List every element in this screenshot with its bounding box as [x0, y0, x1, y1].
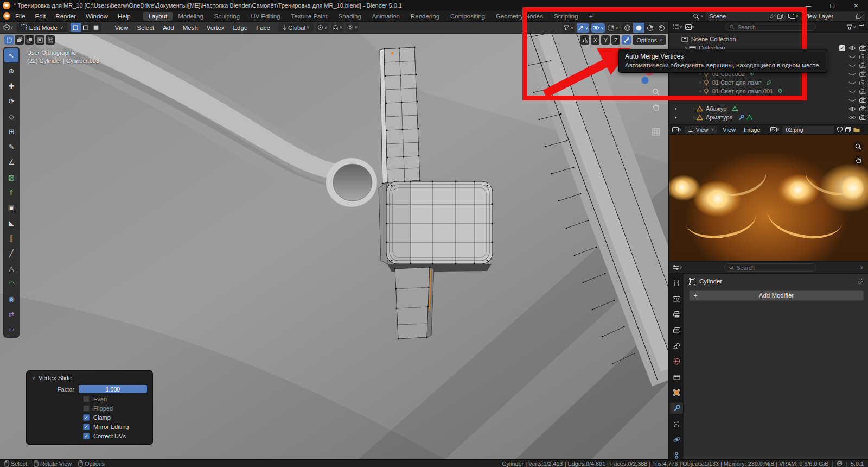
tab-particles[interactable]	[670, 419, 683, 430]
image-editor-type-icon[interactable]: ∨	[672, 127, 682, 132]
tool-add-cube[interactable]: ▧	[4, 170, 18, 184]
viewport-menu-mesh[interactable]: Mesh	[180, 23, 201, 32]
camera-icon[interactable]	[859, 45, 866, 51]
options-dropdown[interactable]: Options∨	[633, 35, 666, 45]
menu-window[interactable]: Window	[81, 12, 113, 21]
copy-icon[interactable]	[856, 14, 861, 19]
copy-icon[interactable]	[777, 14, 783, 19]
camera-disabled-icon[interactable]	[859, 80, 866, 85]
eye-closed-icon[interactable]	[848, 63, 856, 68]
pin-icon[interactable]	[858, 279, 864, 285]
workspace-tab-scripting[interactable]: Scripting	[548, 12, 584, 21]
image-pan-hand-widget[interactable]	[853, 155, 864, 166]
tool-measure[interactable]: ∠	[4, 155, 18, 169]
eye-icon[interactable]	[848, 115, 856, 120]
proportional-editing-dropdown[interactable]: ∨	[346, 23, 359, 32]
fake-user-shield-icon[interactable]	[837, 127, 843, 132]
tab-view-layer[interactable]	[670, 325, 683, 336]
mirror-icon[interactable]	[580, 35, 589, 45]
outliner-search-input[interactable]	[737, 24, 811, 30]
eye-icon[interactable]	[848, 106, 856, 111]
tab-physics[interactable]	[670, 434, 683, 445]
tool-smooth[interactable]: ◉	[4, 292, 18, 306]
correct-uvs-option[interactable]: Correct UVs	[32, 433, 147, 439]
tool-annotate[interactable]: ✎	[4, 140, 18, 154]
mirror-editing-checkbox[interactable]	[83, 424, 90, 430]
vertex-slide-panel[interactable]: ∨Vertex Slide Factor 1.000 Even Flipped …	[26, 370, 153, 445]
pin-icon[interactable]	[769, 14, 775, 19]
solid-shading-button[interactable]	[633, 23, 644, 33]
scene-selector[interactable]: Scene	[706, 12, 786, 21]
show-gizmo-filter-dropdown[interactable]: ∨	[562, 23, 575, 33]
eye-closed-icon[interactable]	[848, 72, 856, 77]
workspace-tab-modeling[interactable]: Modeling	[173, 12, 209, 21]
edge-select-mode-button[interactable]	[81, 23, 91, 32]
camera-icon[interactable]	[859, 115, 866, 120]
tool-knife[interactable]: ╱	[4, 246, 18, 260]
tool-inset-faces[interactable]: ▣	[4, 200, 18, 214]
camera-disabled-icon[interactable]	[859, 71, 866, 77]
tool-bevel[interactable]: ◣	[4, 216, 18, 230]
minimize-button[interactable]: —	[796, 0, 820, 11]
eye-closed-icon[interactable]	[848, 89, 856, 94]
select-invert-button[interactable]	[35, 35, 44, 45]
outliner-row-light-lamp[interactable]: › 01 Свет для ламп	[669, 78, 868, 87]
workspace-tab-texture-paint[interactable]: Texture Paint	[286, 12, 333, 21]
image-name-field[interactable]: 02.png	[782, 126, 834, 134]
tool-scale[interactable]: ◇	[4, 109, 18, 123]
viewport-menu-select[interactable]: Select	[134, 23, 157, 32]
workspace-tab-layout[interactable]: Layout	[143, 12, 173, 21]
mirror-y-toggle[interactable]: Y	[601, 35, 610, 45]
select-new-button[interactable]	[4, 35, 14, 45]
mode-selector[interactable]: Edit Mode∨	[17, 23, 67, 32]
tab-scene[interactable]	[670, 340, 683, 351]
workspace-tab-compositing[interactable]: Compositing	[445, 12, 490, 21]
clamp-checkbox[interactable]	[83, 414, 90, 421]
auto-merge-vertices-toggle[interactable]	[622, 35, 631, 45]
clamp-option[interactable]: Clamp	[32, 414, 147, 421]
camera-disabled-icon[interactable]	[859, 89, 866, 94]
flipped-option[interactable]: Flipped	[32, 405, 147, 412]
add-workspace-button[interactable]: +	[584, 12, 598, 21]
viewport-menu-add[interactable]: Add	[160, 23, 176, 32]
tab-world[interactable]	[670, 356, 683, 367]
viewport-menu-vertex[interactable]: Vertex	[204, 23, 227, 32]
properties-search-input[interactable]	[737, 264, 812, 271]
workspace-tab-shading[interactable]: Shading	[333, 12, 367, 21]
view-layer-selector[interactable]: View Layer	[801, 12, 865, 21]
tab-collection-props[interactable]	[670, 372, 683, 383]
workspace-tab-rendering[interactable]: Rendering	[405, 12, 445, 21]
camera-disabled-icon[interactable]	[859, 54, 866, 59]
select-extend-button[interactable]	[15, 35, 24, 45]
image-menu-image[interactable]: Image	[741, 125, 763, 134]
workspace-tab-uv-editing[interactable]: UV Editing	[245, 12, 285, 21]
3d-viewport[interactable]: X ∨ Edit Mode∨ View Select Add Mesh Vert…	[0, 22, 668, 459]
tool-extrude-region[interactable]: ⇑	[4, 185, 18, 199]
menu-edit[interactable]: Edit	[30, 12, 51, 21]
image-mode-selector[interactable]: View∨	[685, 126, 717, 134]
mirror-editing-option[interactable]: Mirror Editing	[32, 424, 147, 430]
camera-icon[interactable]	[859, 97, 866, 103]
select-intersect-button[interactable]	[46, 35, 55, 45]
filter-icon[interactable]: ∨	[846, 24, 856, 30]
reference-image-chandelier[interactable]	[669, 135, 868, 262]
camera-disabled-icon[interactable]	[859, 62, 866, 68]
tab-output[interactable]	[670, 310, 683, 320]
camera-icon[interactable]	[859, 106, 866, 111]
tab-render[interactable]	[670, 294, 683, 305]
select-subtract-button[interactable]	[25, 35, 34, 45]
factor-slider[interactable]: 1.000	[79, 385, 147, 393]
even-checkbox[interactable]	[83, 396, 90, 402]
tool-transform[interactable]: ⊞	[4, 124, 18, 138]
open-image-folder-icon[interactable]	[853, 127, 860, 132]
vertex-slide-header[interactable]: ∨Vertex Slide	[32, 375, 147, 381]
new-collection-icon[interactable]	[859, 24, 865, 30]
outliner-row-light-lamp-001[interactable]: › 01 Свет для ламп.001	[669, 87, 868, 96]
close-button[interactable]: ✕	[844, 0, 868, 11]
zoom-widget[interactable]	[650, 86, 662, 98]
flipped-checkbox[interactable]	[83, 405, 90, 412]
maximize-button[interactable]: ▢	[820, 0, 844, 11]
workspace-tab-geometry-nodes[interactable]: Geometry Nodes	[490, 12, 548, 21]
overlays-toggle-dropdown[interactable]: ∨	[591, 23, 605, 33]
transform-orientation-dropdown[interactable]: Global∨	[278, 23, 314, 32]
